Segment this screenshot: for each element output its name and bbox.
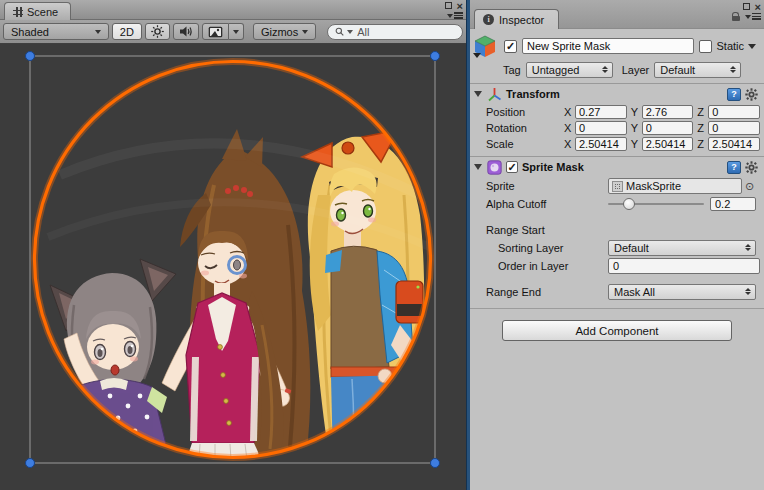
add-component-area: Add Component	[470, 308, 764, 341]
static-group: Static	[699, 40, 756, 53]
tag-label: Tag	[503, 64, 521, 76]
alpha-cutoff-slider[interactable]	[608, 196, 704, 212]
order-in-layer-row: Order in Layer	[470, 257, 764, 275]
scene-panel: Scene × Shaded 2D	[0, 0, 466, 490]
add-component-button[interactable]: Add Component	[502, 320, 732, 341]
position-row: Position X Y Z	[470, 104, 764, 120]
gear-icon	[745, 161, 758, 174]
restore-icon[interactable]	[743, 3, 750, 10]
chevron-down-icon	[473, 53, 481, 58]
rotation-z-field[interactable]	[708, 121, 760, 135]
handle-top-right[interactable]	[431, 52, 440, 61]
speaker-icon	[179, 25, 193, 38]
close-icon[interactable]: ×	[755, 3, 761, 11]
sprite-mask-title: Sprite Mask	[522, 161, 584, 173]
alpha-cutoff-row: Alpha Cutoff	[470, 195, 764, 213]
position-z-field[interactable]	[708, 105, 760, 119]
layer-dropdown[interactable]: Default	[654, 62, 741, 78]
inspector-tab-bar: i Inspector ×	[470, 0, 764, 29]
range-start-row: Range Start	[470, 221, 764, 239]
scene-effects-button[interactable]	[202, 23, 229, 40]
gear-menu[interactable]	[745, 161, 758, 174]
restore-icon[interactable]	[445, 2, 452, 9]
unity-editor-window: Scene × Shaded 2D	[0, 0, 764, 490]
scene-lighting-button[interactable]	[145, 23, 170, 40]
order-in-layer-field[interactable]	[608, 258, 760, 274]
chevron-down-icon	[302, 30, 308, 34]
dropdown-arrows-icon	[745, 244, 751, 251]
scene-tab-label: Scene	[27, 6, 58, 18]
position-y-field[interactable]	[642, 105, 694, 119]
static-label: Static	[716, 40, 744, 52]
rotation-x-field[interactable]	[575, 121, 627, 135]
search-icon	[335, 26, 345, 38]
sprite-row: Sprite MaskSprite ⊙	[470, 177, 764, 195]
dropdown-arrows-icon	[730, 66, 736, 73]
sprite-object-field[interactable]: MaskSprite	[608, 178, 742, 194]
sprite-mask-header[interactable]: ✓ Sprite Mask ?	[470, 156, 764, 177]
slider-knob[interactable]	[623, 198, 635, 210]
range-end-row: Range End Mask All	[470, 283, 764, 301]
scene-tab-bar: Scene ×	[0, 0, 466, 20]
inspector-panel: i Inspector ×	[470, 0, 764, 490]
foldout-arrow-icon[interactable]	[474, 91, 482, 97]
gameobject-icon[interactable]	[473, 34, 499, 58]
scale-row: Scale X Y Z	[470, 136, 764, 152]
handle-bottom-right[interactable]	[431, 459, 440, 468]
scene-effects-group	[202, 23, 244, 40]
info-icon: i	[483, 14, 494, 25]
gameobject-name-field[interactable]	[522, 38, 694, 54]
tag-layer-row: Tag Untagged Layer Default	[470, 59, 764, 83]
handle-top-left[interactable]	[26, 52, 35, 61]
scale-y-field[interactable]	[642, 137, 694, 151]
sorting-layer-row: Sorting Layer Default	[470, 239, 764, 257]
tab-inspector[interactable]: i Inspector	[474, 9, 559, 29]
shading-mode-label: Shaded	[11, 26, 49, 38]
masked-sprite-artwork	[0, 45, 466, 490]
scene-effects-dropdown[interactable]	[229, 23, 244, 40]
rotation-y-field[interactable]	[642, 121, 694, 135]
active-checkbox[interactable]: ✓	[504, 40, 517, 53]
search-input[interactable]	[355, 25, 455, 39]
close-icon[interactable]: ×	[457, 2, 463, 10]
chevron-down-icon	[95, 30, 101, 34]
panel-menu-icon[interactable]	[745, 13, 761, 20]
toggle-2d-button[interactable]: 2D	[112, 23, 142, 40]
position-x-field[interactable]	[575, 105, 627, 119]
gizmos-dropdown[interactable]: Gizmos	[253, 23, 316, 40]
foldout-arrow-icon[interactable]	[474, 164, 482, 170]
help-icon[interactable]: ?	[727, 88, 741, 101]
transform-header[interactable]: Transform ?	[470, 83, 764, 104]
scene-viewport[interactable]	[0, 45, 466, 490]
static-dropdown-arrow-icon[interactable]	[748, 44, 756, 49]
lock-icon[interactable]	[732, 12, 740, 21]
object-picker-icon[interactable]: ⊙	[745, 181, 756, 192]
range-end-dropdown[interactable]: Mask All	[608, 284, 756, 300]
transform-icon	[487, 87, 502, 102]
inspector-tab-label: Inspector	[499, 14, 544, 26]
scale-z-field[interactable]	[708, 137, 760, 151]
sun-icon	[151, 25, 164, 38]
gameobject-header: ✓ Static	[470, 29, 764, 59]
panel-menu-icon[interactable]	[447, 12, 463, 19]
scene-canvas[interactable]	[0, 45, 466, 490]
handle-bottom-left[interactable]	[26, 459, 35, 468]
scale-x-field[interactable]	[575, 137, 627, 151]
dropdown-arrows-icon	[745, 288, 751, 295]
alpha-cutoff-value-field[interactable]	[710, 197, 756, 211]
sorting-layer-dropdown[interactable]: Default	[608, 240, 756, 256]
sprite-thumbnail-icon	[612, 181, 623, 192]
search-filter-arrow-icon[interactable]	[347, 30, 353, 34]
tab-scene[interactable]: Scene	[4, 2, 71, 20]
gear-menu[interactable]	[745, 88, 758, 101]
scene-search-field[interactable]	[327, 24, 463, 40]
chevron-down-icon	[233, 30, 239, 34]
help-icon[interactable]: ?	[727, 161, 741, 174]
gear-icon	[745, 88, 758, 101]
static-checkbox[interactable]	[699, 40, 712, 53]
scene-audio-button[interactable]	[173, 23, 199, 40]
tag-dropdown[interactable]: Untagged	[526, 62, 613, 78]
shading-mode-dropdown[interactable]: Shaded	[3, 23, 109, 40]
sprite-mask-enabled-checkbox[interactable]: ✓	[506, 161, 518, 173]
rotation-row: Rotation X Y Z	[470, 120, 764, 136]
